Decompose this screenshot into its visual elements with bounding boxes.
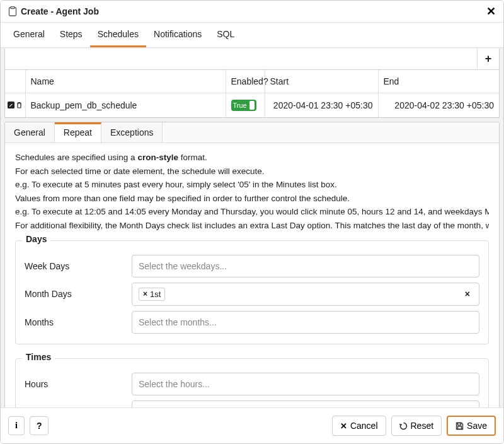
days-legend: Days: [22, 234, 50, 244]
table-row: Backup_pem_db_schedule True 2020-04-01 2…: [5, 93, 499, 118]
months-placeholder: Select the months...: [139, 317, 217, 327]
help-icon: ?: [37, 421, 42, 431]
svg-rect-1: [11, 7, 14, 9]
info-button[interactable]: i: [8, 416, 25, 435]
svg-rect-4: [458, 426, 462, 429]
schedules-content: + Name Enabled? Start End: [1, 48, 503, 407]
clipboard-icon: [8, 6, 17, 16]
repeat-body: Schedules are specified using a cron-sty…: [5, 143, 499, 407]
info-line4: Values from more than one field may be s…: [15, 192, 489, 206]
save-label: Save: [467, 421, 487, 431]
enabled-toggle[interactable]: True: [231, 100, 256, 111]
weekdays-row: Week Days Select the weekdays...: [25, 255, 479, 278]
row-enabled: True: [226, 93, 265, 118]
help-button[interactable]: ?: [30, 416, 49, 435]
col-actions-header: [5, 70, 25, 93]
info-line6: For additional flexibility, the Month Da…: [15, 219, 489, 233]
toggle-knob: [249, 101, 255, 110]
weekdays-select[interactable]: Select the weekdays...: [132, 255, 479, 278]
months-row: Months Select the months...: [25, 311, 479, 334]
schedules-grid: Name Enabled? Start End: [4, 70, 500, 118]
subtab-exceptions[interactable]: Exceptions: [101, 122, 163, 143]
dialog-footer: i ? ✕ Cancel Reset Save: [1, 407, 503, 443]
minutes-select[interactable]: Select the minutes...: [132, 400, 479, 407]
months-label: Months: [25, 317, 132, 327]
token-remove-icon[interactable]: ×: [143, 289, 147, 298]
monthdays-label: Month Days: [25, 289, 132, 299]
save-icon: [455, 422, 464, 430]
info-line1b: cron-style: [137, 153, 178, 162]
tab-general[interactable]: General: [6, 23, 52, 47]
monthdays-row: Month Days × 1st ×: [25, 283, 479, 306]
row-actions: [5, 93, 25, 118]
col-name-header: Name: [25, 70, 226, 93]
schedule-subtabs: General Repeat Exceptions: [5, 122, 499, 143]
dialog-title-wrap: Create - Agent Job: [8, 6, 99, 16]
schedule-detail-panel: General Repeat Exceptions Schedules are …: [4, 122, 500, 407]
info-line2: For each selected time or date element, …: [15, 165, 489, 178]
tab-sql[interactable]: SQL: [209, 23, 242, 47]
col-enabled-header: Enabled?: [226, 70, 265, 93]
monthdays-clear-icon[interactable]: ×: [462, 289, 472, 299]
reset-button[interactable]: Reset: [391, 416, 442, 436]
dialog-title: Create - Agent Job: [21, 6, 99, 16]
enabled-toggle-label: True: [233, 102, 247, 109]
col-end-header: End: [378, 70, 499, 93]
tab-steps[interactable]: Steps: [52, 23, 90, 47]
info-icon: i: [15, 421, 18, 431]
minutes-row: Minutes Select the minutes...: [25, 400, 479, 407]
hours-row: Hours Select the hours...: [25, 373, 479, 395]
reset-icon: [399, 422, 408, 430]
add-row-button[interactable]: +: [478, 49, 499, 69]
row-start: 2020-04-01 23:30 +05:30: [265, 93, 378, 118]
reset-label: Reset: [411, 421, 434, 431]
subtab-general[interactable]: General: [5, 122, 55, 143]
svg-rect-3: [458, 423, 461, 425]
hours-select[interactable]: Select the hours...: [132, 373, 479, 395]
row-end: 2020-04-02 23:30 +05:30: [378, 93, 499, 118]
info-line5: e.g. To execute at 12:05 and 14:05 every…: [15, 205, 489, 219]
col-start-header: Start: [265, 70, 378, 93]
weekdays-label: Week Days: [25, 261, 132, 271]
info-line1a: Schedules are specified using a: [15, 153, 137, 162]
info-line3: e.g. To execute at 5 minutes past every …: [15, 178, 489, 192]
times-legend: Times: [22, 352, 55, 362]
info-line1c: format.: [178, 153, 207, 162]
hours-label: Hours: [25, 379, 132, 389]
create-agent-job-dialog: Create - Agent Job ✕ General Steps Sched…: [0, 0, 504, 444]
dialog-header: Create - Agent Job ✕: [1, 1, 503, 23]
save-button[interactable]: Save: [447, 416, 496, 436]
repeat-help-text: Schedules are specified using a cron-sty…: [15, 151, 489, 233]
monthdays-select[interactable]: × 1st ×: [132, 283, 479, 306]
cancel-button[interactable]: ✕ Cancel: [332, 416, 386, 436]
hours-placeholder: Select the hours...: [139, 379, 210, 389]
toolbar-spacer: [5, 49, 478, 69]
subtab-repeat[interactable]: Repeat: [55, 122, 101, 143]
tab-schedules[interactable]: Schedules: [90, 23, 146, 47]
tab-notifications[interactable]: Notifications: [146, 23, 209, 47]
cancel-icon: ✕: [340, 421, 347, 431]
edit-icon[interactable]: [8, 100, 14, 110]
monthdays-token[interactable]: × 1st: [139, 288, 165, 301]
delete-icon[interactable]: [16, 100, 23, 110]
close-icon[interactable]: ✕: [486, 6, 496, 17]
minutes-label: Minutes: [25, 407, 132, 407]
minutes-placeholder: Select the minutes...: [139, 407, 219, 407]
weekdays-placeholder: Select the weekdays...: [139, 261, 227, 271]
times-fieldset: Times Hours Select the hours... Minutes: [15, 358, 489, 407]
days-fieldset: Days Week Days Select the weekdays... Mo…: [15, 240, 489, 344]
grid-toolbar: +: [4, 49, 500, 70]
months-select[interactable]: Select the months...: [132, 311, 479, 334]
token-label: 1st: [150, 289, 161, 299]
row-name: Backup_pem_db_schedule: [25, 93, 226, 118]
cancel-label: Cancel: [350, 421, 378, 431]
main-tabs: General Steps Schedules Notifications SQ…: [1, 23, 503, 48]
